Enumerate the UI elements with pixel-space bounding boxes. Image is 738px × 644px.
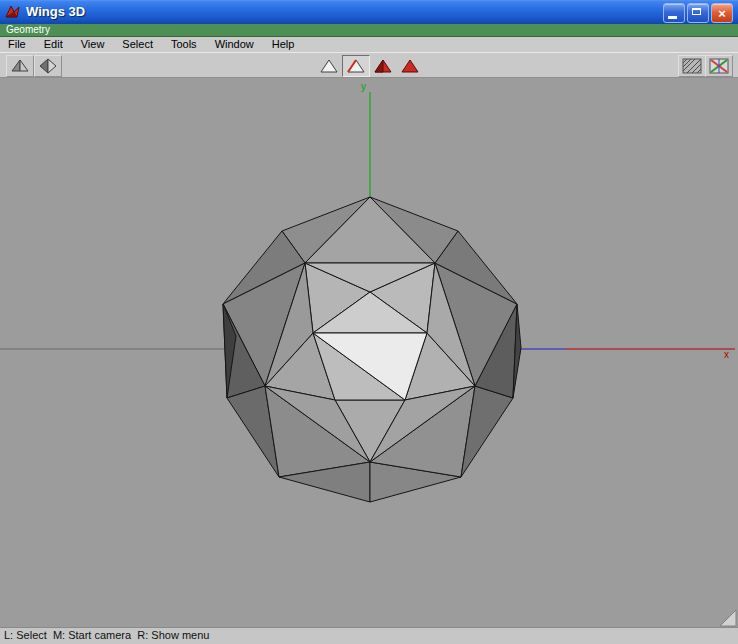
x-axis-label: x bbox=[724, 349, 729, 360]
undo-icon bbox=[8, 57, 32, 75]
app-icon[interactable] bbox=[5, 4, 21, 20]
vertex-mode-icon bbox=[317, 57, 341, 76]
y-axis-label: y bbox=[361, 81, 366, 92]
close-button[interactable]: × bbox=[711, 3, 733, 23]
hatched-square-icon bbox=[680, 57, 704, 75]
menu-file[interactable]: File bbox=[0, 37, 35, 52]
menu-window[interactable]: Window bbox=[206, 37, 263, 52]
edge-mode-icon bbox=[344, 57, 368, 76]
menu-help[interactable]: Help bbox=[263, 37, 304, 52]
pane-resize-grip[interactable] bbox=[720, 610, 736, 626]
menubar: File Edit View Select Tools Window Help bbox=[0, 37, 738, 52]
maximize-button[interactable] bbox=[687, 3, 709, 23]
wings3d-window: Wings 3D × Geometry File Edit View Selec… bbox=[0, 0, 738, 644]
face-mode-icon bbox=[371, 57, 395, 76]
mode-edge-button[interactable] bbox=[342, 55, 370, 77]
model[interactable] bbox=[223, 197, 521, 502]
statusbar: L: Select M: Start camera R: Show menu bbox=[0, 627, 738, 644]
redo-button[interactable] bbox=[34, 55, 62, 77]
window-title: Wings 3D bbox=[26, 0, 85, 24]
geometry-pane-header[interactable]: Geometry bbox=[0, 24, 738, 37]
geometry-pane-title: Geometry bbox=[0, 24, 738, 36]
titlebar[interactable]: Wings 3D × bbox=[0, 0, 738, 24]
statusbar-hints: L: Select M: Start camera R: Show menu bbox=[0, 628, 738, 643]
toolbar bbox=[0, 52, 738, 78]
menu-select[interactable]: Select bbox=[113, 37, 162, 52]
mode-body-button[interactable] bbox=[396, 55, 424, 77]
close-icon: × bbox=[712, 4, 732, 22]
toggle-groundplane-button[interactable] bbox=[678, 55, 706, 77]
minimize-icon bbox=[668, 16, 677, 19]
viewport[interactable]: y x bbox=[0, 78, 738, 627]
window-controls: × bbox=[663, 3, 733, 23]
mode-face-button[interactable] bbox=[369, 55, 397, 77]
body-mode-icon bbox=[398, 57, 422, 76]
viewport-canvas[interactable]: y x bbox=[0, 78, 738, 627]
menu-view[interactable]: View bbox=[72, 37, 114, 52]
toggle-axes-button[interactable] bbox=[705, 55, 733, 77]
redo-icon bbox=[36, 57, 60, 75]
minimize-button[interactable] bbox=[663, 3, 685, 23]
mode-vertex-button[interactable] bbox=[315, 55, 343, 77]
maximize-icon bbox=[692, 8, 701, 15]
undo-button[interactable] bbox=[6, 55, 34, 77]
colored-axes-icon bbox=[707, 57, 731, 75]
menu-edit[interactable]: Edit bbox=[35, 37, 72, 52]
menu-tools[interactable]: Tools bbox=[162, 37, 206, 52]
